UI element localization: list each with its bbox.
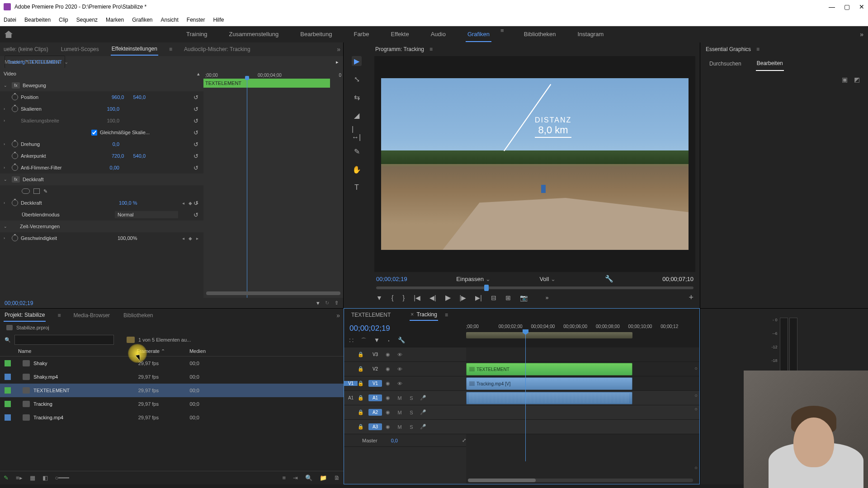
- expand-icon[interactable]: ›: [4, 165, 9, 170]
- workspace-bibliotheken[interactable]: Bibliotheken: [522, 27, 558, 42]
- icon-view-icon[interactable]: ▦: [30, 474, 35, 481]
- clip-tracking-audio[interactable]: [466, 392, 632, 404]
- add-button-icon[interactable]: +: [689, 293, 693, 302]
- ec-sequence-clip[interactable]: Tracking * TEXTELEMENT: [5, 56, 65, 68]
- stopwatch-icon[interactable]: [12, 200, 18, 206]
- solo-s[interactable]: S: [406, 410, 417, 415]
- ec-hscroll[interactable]: [206, 291, 340, 295]
- reset-icon[interactable]: [193, 117, 200, 124]
- antiflicker-value[interactable]: 0,00: [110, 165, 119, 170]
- program-timecode-left[interactable]: 00;00;02;19: [376, 276, 407, 282]
- search-icon[interactable]: 🔍: [5, 337, 11, 343]
- stopwatch-icon[interactable]: [12, 141, 18, 147]
- razor-tool[interactable]: ◢: [352, 110, 362, 120]
- scrubber-knob[interactable]: [484, 285, 489, 291]
- workspace-menu-icon[interactable]: ≡: [500, 27, 504, 42]
- settings-icon[interactable]: ⬪: [387, 337, 391, 345]
- stopwatch-icon[interactable]: [12, 106, 18, 112]
- toggle-sync-icon[interactable]: 👁: [394, 366, 406, 372]
- list-view-icon[interactable]: ≡▸: [16, 474, 23, 481]
- stopwatch-icon[interactable]: [12, 94, 18, 100]
- panel-menu-icon[interactable]: ≡: [429, 46, 433, 52]
- selection-tool[interactable]: ▶: [352, 56, 362, 66]
- expand-icon[interactable]: ⌄: [4, 177, 9, 182]
- maximize-button[interactable]: ▢: [844, 3, 850, 10]
- timeline-ruler[interactable]: ;00;00 00;00;02;00 00;00;04;00 00;00;06;…: [466, 324, 693, 331]
- project-item[interactable]: Tracking.mp4 29,97 fps 00;0: [0, 411, 344, 424]
- snap-icon[interactable]: ⸬: [349, 337, 354, 345]
- type-tool[interactable]: T: [352, 183, 362, 192]
- tab-lumetri[interactable]: Lumetri-Scopes: [60, 43, 100, 55]
- toggle-output-icon[interactable]: ◉: [382, 352, 394, 357]
- expand-icon[interactable]: ⌄: [4, 83, 9, 88]
- extract-icon[interactable]: ⊞: [505, 294, 511, 301]
- automate-icon[interactable]: ⇥: [293, 474, 298, 481]
- voice-icon[interactable]: 🎤: [417, 395, 429, 401]
- lock-icon[interactable]: 🔒: [358, 380, 368, 386]
- reset-icon[interactable]: [193, 153, 200, 159]
- reset-icon[interactable]: [193, 106, 200, 112]
- bin-icon[interactable]: [127, 337, 135, 343]
- workspace-grafiken[interactable]: Grafiken: [466, 27, 491, 42]
- keyframe-nav[interactable]: ◂ ◆ ▸: [182, 236, 200, 241]
- speed-value[interactable]: 100,00%: [118, 235, 137, 241]
- menu-datei[interactable]: Datei: [4, 17, 16, 23]
- button-overflow-icon[interactable]: »: [546, 295, 549, 301]
- pen-tool[interactable]: ✎: [352, 146, 362, 156]
- reset-icon[interactable]: [193, 94, 200, 100]
- lift-icon[interactable]: ⊟: [491, 294, 496, 301]
- marker-icon[interactable]: ▼: [374, 337, 380, 345]
- rect-mask-icon[interactable]: [33, 188, 40, 194]
- anchor-x[interactable]: 720,0: [112, 153, 124, 159]
- col-media[interactable]: Medien: [165, 348, 206, 354]
- menu-fenster[interactable]: Fenster: [187, 17, 205, 23]
- eg-tab-edit[interactable]: Bearbeiten: [756, 56, 784, 71]
- position-y[interactable]: 540,0: [133, 94, 146, 100]
- lock-icon[interactable]: 🔒: [358, 352, 368, 357]
- tab-source[interactable]: uelle: (keine Clips): [3, 43, 49, 55]
- track-circle-icon[interactable]: ○: [694, 393, 698, 398]
- expand-icon[interactable]: ›: [4, 118, 9, 123]
- mute-icon[interactable]: ◉: [382, 409, 394, 415]
- lock-icon[interactable]: 🔒: [358, 409, 368, 415]
- tabs-overflow-icon[interactable]: »: [336, 312, 340, 319]
- sort-icon[interactable]: ≡: [282, 474, 286, 481]
- zoom-slider[interactable]: ○━━━: [55, 474, 70, 481]
- panel-menu-icon[interactable]: ≡: [756, 46, 760, 52]
- col-framerate[interactable]: Framerate ⌃: [118, 348, 165, 354]
- reset-icon[interactable]: [193, 141, 200, 147]
- source-a1[interactable]: A1: [344, 395, 358, 400]
- video-preview[interactable]: DISTANZ 8,0 km: [374, 56, 695, 272]
- project-item[interactable]: Tracking 29,97 fps 00;0: [0, 397, 344, 411]
- expand-icon[interactable]: ⌄: [4, 224, 9, 229]
- col-name[interactable]: Name: [5, 348, 118, 354]
- menu-sequenz[interactable]: Sequenz: [76, 17, 98, 23]
- menu-bearbeiten[interactable]: Bearbeiten: [24, 17, 51, 23]
- ec-playhead[interactable]: [247, 79, 247, 298]
- menu-ansicht[interactable]: Ansicht: [160, 17, 178, 23]
- timeline-timecode[interactable]: 00;00;02;19: [349, 324, 461, 333]
- step-forward-icon[interactable]: |▶: [460, 294, 467, 301]
- mark-out-bracket-icon[interactable]: }: [403, 294, 405, 301]
- clip-textelement[interactable]: TEXTELEMENT: [466, 363, 632, 375]
- voice-icon[interactable]: 🎤: [417, 424, 429, 430]
- home-icon[interactable]: [5, 31, 13, 38]
- new-bin-icon[interactable]: 📁: [320, 474, 327, 481]
- solo-s[interactable]: S: [406, 395, 417, 401]
- tabs-overflow-icon[interactable]: »: [337, 46, 340, 53]
- linked-selection-icon[interactable]: ⌒: [361, 337, 367, 345]
- menu-hilfe[interactable]: Hilfe: [213, 17, 224, 23]
- reset-icon[interactable]: [193, 164, 200, 171]
- mark-in-bracket-icon[interactable]: {: [392, 294, 394, 301]
- pencil-icon[interactable]: ✎: [4, 474, 9, 481]
- wrench-icon[interactable]: 🔧: [398, 337, 405, 345]
- source-v1[interactable]: V1: [344, 381, 358, 386]
- project-item[interactable]: Shaky 29,97 fps 00;0: [0, 357, 344, 370]
- reset-icon[interactable]: [193, 200, 200, 206]
- ec-timecode[interactable]: 00;00;02;19: [5, 300, 33, 306]
- lock-icon[interactable]: 🔒: [358, 366, 368, 372]
- rotation-value[interactable]: 0,0: [113, 141, 119, 147]
- anchor-y[interactable]: 540,0: [133, 153, 146, 159]
- timeline-playhead[interactable]: [525, 329, 526, 461]
- scale-value[interactable]: 100,0: [107, 106, 119, 112]
